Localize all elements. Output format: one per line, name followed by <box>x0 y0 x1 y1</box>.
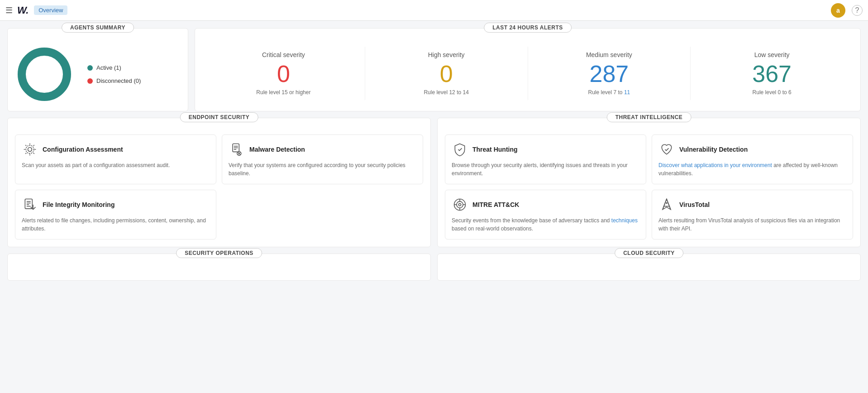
security-operations-panel: SECURITY OPERATIONS <box>7 254 431 281</box>
mitre-desc: Security events from the knowledge base … <box>452 216 639 233</box>
file-icon <box>22 196 38 213</box>
mitre-link[interactable]: techniques <box>611 217 638 224</box>
bottom-row: SECURITY OPERATIONS CLOUD SECURITY <box>7 254 861 281</box>
configuration-assessment-card[interactable]: Configuration Assessment Scan your asset… <box>15 134 216 184</box>
topnav: ☰ W. Overview a ? <box>0 0 868 21</box>
mitre-card[interactable]: MITRE ATT&CK Security events from the kn… <box>445 190 646 240</box>
low-severity-col[interactable]: Low severity 367 Rule level 0 to 6 <box>691 47 853 100</box>
config-header: Configuration Assessment <box>22 141 210 158</box>
vulnerability-detection-title: Vulnerability Detection <box>679 146 748 153</box>
endpoint-cards-grid: Configuration Assessment Scan your asset… <box>15 134 423 240</box>
threat-hunting-card[interactable]: Threat Hunting Browse through your secur… <box>445 134 646 184</box>
agents-donut-chart <box>15 45 74 104</box>
vulnerability-detection-desc: Discover what applications in your envir… <box>658 161 846 177</box>
virus-icon <box>658 196 675 213</box>
file-integrity-desc: Alerts related to file changes, includin… <box>22 216 210 233</box>
medium-severity-col[interactable]: Medium severity 287 Rule level 7 to 11 <box>528 47 691 100</box>
virustotal-card[interactable]: VirusTotal Alerts resulting from VirusTo… <box>652 190 853 240</box>
critical-label: Critical severity <box>207 51 360 58</box>
shield-icon <box>452 141 468 158</box>
top-row: AGENTS SUMMARY Active (1) Disconnec <box>7 28 861 111</box>
sections-row: ENDPOINT SECURITY Configuration Assessme… <box>7 118 861 247</box>
disconnected-label: Disconnected (0) <box>96 77 141 84</box>
alerts-title: LAST 24 HOURS ALERTS <box>484 23 572 33</box>
active-label: Active (1) <box>96 64 121 71</box>
high-desc: Rule level 12 to 14 <box>370 89 523 96</box>
help-icon[interactable]: ? <box>852 5 863 16</box>
user-avatar[interactable]: a <box>831 3 845 18</box>
medium-desc: Rule level 7 to 11 <box>533 89 686 96</box>
overview-tab[interactable]: Overview <box>34 5 67 15</box>
alerts-card: LAST 24 HOURS ALERTS Critical severity 0… <box>195 28 861 111</box>
vuln-desc-link[interactable]: Discover what applications in your envir… <box>658 162 772 168</box>
high-severity-col[interactable]: High severity 0 Rule level 12 to 14 <box>365 47 528 100</box>
app-logo: W. <box>17 5 29 16</box>
file-header: File Integrity Monitoring <box>22 196 210 213</box>
mitre-header: MITRE ATT&CK <box>452 196 639 213</box>
svg-point-26 <box>666 202 668 204</box>
svg-point-1 <box>22 52 67 97</box>
config-assessment-desc: Scan your assets as part of a configurat… <box>22 161 210 169</box>
main-content: AGENTS SUMMARY Active (1) Disconnec <box>0 21 868 288</box>
endpoint-security-panel: ENDPOINT SECURITY Configuration Assessme… <box>7 118 431 247</box>
config-assessment-title: Configuration Assessment <box>43 146 123 153</box>
threat-hunting-title: Threat Hunting <box>472 146 518 153</box>
low-number: 367 <box>695 62 849 86</box>
heart-check-icon <box>658 141 675 158</box>
high-number: 0 <box>370 62 523 86</box>
malware-detection-title: Malware Detection <box>249 146 305 153</box>
malware-header: Malware Detection <box>229 141 416 158</box>
malware-icon <box>229 141 245 158</box>
medium-link[interactable]: 11 <box>624 89 630 96</box>
malware-detection-desc: Verify that your systems are configured … <box>229 161 416 177</box>
medium-label: Medium severity <box>533 51 686 58</box>
high-label: High severity <box>370 51 523 58</box>
malware-detection-card[interactable]: Malware Detection Verify that your syste… <box>222 134 423 184</box>
active-legend-item: Active (1) <box>87 64 141 71</box>
virustotal-header: VirusTotal <box>658 196 846 213</box>
low-label: Low severity <box>695 51 849 58</box>
threat-cards-grid: Threat Hunting Browse through your secur… <box>445 134 853 240</box>
cloud-security-title: CLOUD SECURITY <box>615 248 683 258</box>
svg-point-21 <box>458 203 461 206</box>
endpoint-security-title: ENDPOINT SECURITY <box>180 112 258 122</box>
topnav-right: a ? <box>831 3 863 18</box>
gear-icon <box>22 141 38 158</box>
active-dot <box>87 65 93 71</box>
threat-hunting-desc: Browse through your security alerts, ide… <box>452 161 639 177</box>
low-desc: Rule level 0 to 6 <box>695 89 849 96</box>
svg-point-3 <box>26 145 34 153</box>
agents-summary-title: AGENTS SUMMARY <box>62 23 134 33</box>
svg-point-20 <box>457 201 463 208</box>
svg-line-18 <box>33 207 35 209</box>
threat-intelligence-title: THREAT INTELLIGENCE <box>607 112 692 122</box>
svg-point-2 <box>28 148 32 152</box>
security-operations-title: SECURITY OPERATIONS <box>176 248 262 258</box>
alerts-inner: Critical severity 0 Rule level 15 or hig… <box>202 47 853 100</box>
menu-hamburger-icon[interactable]: ☰ <box>5 5 13 15</box>
agents-summary-card: AGENTS SUMMARY Active (1) Disconnec <box>7 28 188 111</box>
file-integrity-card[interactable]: File Integrity Monitoring Alerts related… <box>15 190 216 240</box>
threat-hunting-header: Threat Hunting <box>452 141 639 158</box>
disconnected-dot <box>87 78 93 84</box>
mitre-title: MITRE ATT&CK <box>472 201 519 208</box>
vulnerability-detection-card[interactable]: Vulnerability Detection Discover what ap… <box>652 134 853 184</box>
vuln-header: Vulnerability Detection <box>658 141 846 158</box>
critical-number: 0 <box>207 62 360 86</box>
agents-inner: Active (1) Disconnected (0) <box>15 45 181 104</box>
medium-number: 287 <box>533 62 686 86</box>
target-icon <box>452 196 468 213</box>
cloud-security-panel: CLOUD SECURITY <box>437 254 861 281</box>
agents-legend: Active (1) Disconnected (0) <box>87 64 141 84</box>
critical-severity-col[interactable]: Critical severity 0 Rule level 15 or hig… <box>202 47 365 100</box>
virustotal-desc: Alerts resulting from VirusTotal analysi… <box>658 216 846 233</box>
critical-desc: Rule level 15 or higher <box>207 89 360 96</box>
threat-intelligence-panel: THREAT INTELLIGENCE Threat Hunting Brows <box>437 118 861 247</box>
disconnected-legend-item: Disconnected (0) <box>87 77 141 84</box>
file-integrity-title: File Integrity Monitoring <box>43 201 114 208</box>
virustotal-title: VirusTotal <box>679 201 710 208</box>
